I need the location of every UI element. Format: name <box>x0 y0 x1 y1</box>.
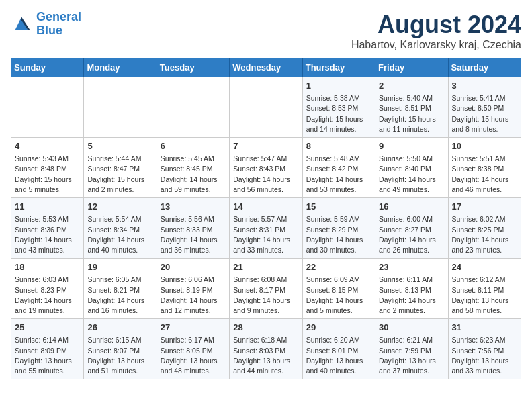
calendar-cell-8: 5Sunrise: 5:44 AM Sunset: 8:47 PM Daylig… <box>84 138 157 198</box>
day-info: Sunrise: 6:06 AM Sunset: 8:19 PM Dayligh… <box>161 275 226 316</box>
day-info: Sunrise: 6:11 AM Sunset: 8:13 PM Dayligh… <box>379 275 444 316</box>
calendar-cell-29: 26Sunrise: 6:15 AM Sunset: 8:07 PM Dayli… <box>84 319 157 379</box>
day-number: 24 <box>452 261 517 273</box>
day-info: Sunrise: 5:59 AM Sunset: 8:29 PM Dayligh… <box>306 214 371 255</box>
day-number: 20 <box>161 261 226 273</box>
day-info: Sunrise: 6:02 AM Sunset: 8:25 PM Dayligh… <box>452 214 517 255</box>
day-info: Sunrise: 6:03 AM Sunset: 8:23 PM Dayligh… <box>15 275 80 316</box>
day-info: Sunrise: 5:40 AM Sunset: 8:51 PM Dayligh… <box>379 93 444 134</box>
day-number: 29 <box>306 322 371 334</box>
calendar-cell-5: 2Sunrise: 5:40 AM Sunset: 8:51 PM Daylig… <box>375 77 448 138</box>
day-info: Sunrise: 5:50 AM Sunset: 8:40 PM Dayligh… <box>379 154 444 195</box>
day-number: 12 <box>87 201 152 213</box>
day-info: Sunrise: 5:44 AM Sunset: 8:47 PM Dayligh… <box>87 154 152 195</box>
calendar-cell-11: 8Sunrise: 5:48 AM Sunset: 8:42 PM Daylig… <box>302 138 375 198</box>
calendar-cell-32: 29Sunrise: 6:20 AM Sunset: 8:01 PM Dayli… <box>302 319 375 379</box>
day-number: 3 <box>452 80 517 92</box>
day-info: Sunrise: 5:41 AM Sunset: 8:50 PM Dayligh… <box>452 93 517 134</box>
day-number: 6 <box>161 140 226 152</box>
day-number: 27 <box>161 322 226 334</box>
calendar-cell-4: 1Sunrise: 5:38 AM Sunset: 8:53 PM Daylig… <box>302 77 375 138</box>
calendar-cell-2 <box>157 77 229 138</box>
day-info: Sunrise: 6:15 AM Sunset: 8:07 PM Dayligh… <box>87 335 152 376</box>
calendar-cell-14: 11Sunrise: 5:53 AM Sunset: 8:36 PM Dayli… <box>11 198 84 259</box>
calendar-cell-1 <box>84 77 157 138</box>
day-number: 11 <box>15 201 80 213</box>
calendar-cell-21: 18Sunrise: 6:03 AM Sunset: 8:23 PM Dayli… <box>11 259 84 319</box>
calendar-cell-13: 10Sunrise: 5:51 AM Sunset: 8:38 PM Dayli… <box>448 138 521 198</box>
dow-header-sunday: Sunday <box>11 58 84 77</box>
day-info: Sunrise: 6:20 AM Sunset: 8:01 PM Dayligh… <box>306 335 371 376</box>
day-number: 30 <box>379 322 444 334</box>
dow-header-friday: Friday <box>375 58 448 77</box>
day-info: Sunrise: 5:48 AM Sunset: 8:42 PM Dayligh… <box>306 154 371 195</box>
day-number: 21 <box>233 261 298 273</box>
dow-header-tuesday: Tuesday <box>157 58 229 77</box>
day-info: Sunrise: 5:53 AM Sunset: 8:36 PM Dayligh… <box>15 214 80 255</box>
day-number: 23 <box>379 261 444 273</box>
day-info: Sunrise: 5:57 AM Sunset: 8:31 PM Dayligh… <box>233 214 298 255</box>
day-number: 1 <box>306 80 371 92</box>
dow-header-thursday: Thursday <box>302 58 375 77</box>
day-info: Sunrise: 6:08 AM Sunset: 8:17 PM Dayligh… <box>233 275 298 316</box>
calendar-cell-6: 3Sunrise: 5:41 AM Sunset: 8:50 PM Daylig… <box>448 77 521 138</box>
day-info: Sunrise: 5:38 AM Sunset: 8:53 PM Dayligh… <box>306 93 371 134</box>
day-info: Sunrise: 5:56 AM Sunset: 8:33 PM Dayligh… <box>161 214 226 255</box>
day-number: 8 <box>306 140 371 152</box>
day-number: 25 <box>15 322 80 334</box>
day-number: 22 <box>306 261 371 273</box>
day-number: 15 <box>306 201 371 213</box>
calendar-cell-0 <box>11 77 84 138</box>
calendar-cell-22: 19Sunrise: 6:05 AM Sunset: 8:21 PM Dayli… <box>84 259 157 319</box>
day-number: 2 <box>379 80 444 92</box>
day-number: 9 <box>379 140 444 152</box>
calendar-cell-20: 17Sunrise: 6:02 AM Sunset: 8:25 PM Dayli… <box>448 198 521 259</box>
calendar-cell-10: 7Sunrise: 5:47 AM Sunset: 8:43 PM Daylig… <box>230 138 302 198</box>
calendar-cell-28: 25Sunrise: 6:14 AM Sunset: 8:09 PM Dayli… <box>11 319 84 379</box>
day-info: Sunrise: 5:54 AM Sunset: 8:34 PM Dayligh… <box>87 214 152 255</box>
day-info: Sunrise: 5:47 AM Sunset: 8:43 PM Dayligh… <box>233 154 298 195</box>
calendar-cell-24: 21Sunrise: 6:08 AM Sunset: 8:17 PM Dayli… <box>230 259 302 319</box>
day-info: Sunrise: 6:17 AM Sunset: 8:05 PM Dayligh… <box>161 335 226 376</box>
day-number: 18 <box>15 261 80 273</box>
calendar-cell-31: 28Sunrise: 6:18 AM Sunset: 8:03 PM Dayli… <box>230 319 302 379</box>
day-info: Sunrise: 6:23 AM Sunset: 7:56 PM Dayligh… <box>452 335 517 376</box>
calendar-cell-9: 6Sunrise: 5:45 AM Sunset: 8:45 PM Daylig… <box>157 138 229 198</box>
day-info: Sunrise: 5:45 AM Sunset: 8:45 PM Dayligh… <box>161 154 226 195</box>
day-info: Sunrise: 6:18 AM Sunset: 8:03 PM Dayligh… <box>233 335 298 376</box>
day-number: 16 <box>379 201 444 213</box>
calendar-cell-17: 14Sunrise: 5:57 AM Sunset: 8:31 PM Dayli… <box>230 198 302 259</box>
dow-header-saturday: Saturday <box>448 58 521 77</box>
day-number: 10 <box>452 140 517 152</box>
day-number: 5 <box>87 140 152 152</box>
dow-header-wednesday: Wednesday <box>230 58 302 77</box>
calendar-table: SundayMondayTuesdayWednesdayThursdayFrid… <box>11 58 521 379</box>
day-number: 4 <box>15 140 80 152</box>
day-info: Sunrise: 6:21 AM Sunset: 7:59 PM Dayligh… <box>379 335 444 376</box>
calendar-cell-30: 27Sunrise: 6:17 AM Sunset: 8:05 PM Dayli… <box>157 319 229 379</box>
day-number: 31 <box>452 322 517 334</box>
day-info: Sunrise: 5:51 AM Sunset: 8:38 PM Dayligh… <box>452 154 517 195</box>
calendar-cell-23: 20Sunrise: 6:06 AM Sunset: 8:19 PM Dayli… <box>157 259 229 319</box>
page-title: August 2024 <box>351 11 521 39</box>
day-number: 17 <box>452 201 517 213</box>
title-block: August 2024 Habartov, Karlovarsky kraj, … <box>351 11 521 51</box>
calendar-cell-15: 12Sunrise: 5:54 AM Sunset: 8:34 PM Dayli… <box>84 198 157 259</box>
day-number: 28 <box>233 322 298 334</box>
calendar-cell-18: 15Sunrise: 5:59 AM Sunset: 8:29 PM Dayli… <box>302 198 375 259</box>
day-info: Sunrise: 6:14 AM Sunset: 8:09 PM Dayligh… <box>15 335 80 376</box>
day-info: Sunrise: 6:09 AM Sunset: 8:15 PM Dayligh… <box>306 275 371 316</box>
day-number: 14 <box>233 201 298 213</box>
page-subtitle: Habartov, Karlovarsky kraj, Czechia <box>351 39 521 51</box>
calendar-cell-19: 16Sunrise: 6:00 AM Sunset: 8:27 PM Dayli… <box>375 198 448 259</box>
logo-text: General Blue <box>36 11 81 38</box>
day-info: Sunrise: 6:12 AM Sunset: 8:11 PM Dayligh… <box>452 275 517 316</box>
calendar-cell-25: 22Sunrise: 6:09 AM Sunset: 8:15 PM Dayli… <box>302 259 375 319</box>
calendar-cell-7: 4Sunrise: 5:43 AM Sunset: 8:48 PM Daylig… <box>11 138 84 198</box>
calendar-cell-12: 9Sunrise: 5:50 AM Sunset: 8:40 PM Daylig… <box>375 138 448 198</box>
dow-header-monday: Monday <box>84 58 157 77</box>
logo-icon <box>11 15 32 34</box>
day-number: 7 <box>233 140 298 152</box>
calendar-cell-34: 31Sunrise: 6:23 AM Sunset: 7:56 PM Dayli… <box>448 319 521 379</box>
calendar-cell-27: 24Sunrise: 6:12 AM Sunset: 8:11 PM Dayli… <box>448 259 521 319</box>
